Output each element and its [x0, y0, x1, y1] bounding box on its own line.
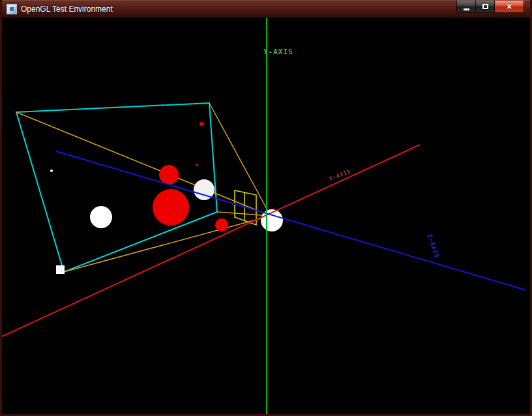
dot-red-small-2	[196, 164, 198, 166]
close-icon: ×	[507, 1, 512, 12]
close-button[interactable]: ×	[494, 1, 524, 13]
sphere-red-small	[215, 218, 228, 231]
titlebar[interactable]: OpenGL Test Environment ×	[2, 0, 530, 18]
dot-white-small	[50, 170, 53, 172]
scene-svg: Y-AXISX-AXISZ-AXIS	[2, 18, 530, 414]
marker-white-square	[56, 265, 65, 274]
dot-red-small-1	[200, 122, 203, 126]
app-icon-glyph	[10, 7, 14, 11]
frustum-edge-top-left	[16, 112, 271, 216]
maximize-button[interactable]	[475, 1, 494, 13]
maximize-icon	[482, 4, 488, 9]
minimize-icon	[464, 8, 469, 10]
window-title: OpenGL Test Environment	[21, 5, 530, 14]
z-axis-line	[56, 151, 526, 290]
minimize-button[interactable]	[456, 1, 475, 13]
y-axis-label: Y-AXIS	[263, 48, 293, 56]
sphere-red-medium	[159, 165, 179, 185]
gl-viewport[interactable]: Y-AXISX-AXISZ-AXIS	[2, 18, 530, 414]
z-axis-label: Z-AXIS	[426, 233, 440, 260]
app-icon[interactable]	[7, 4, 17, 14]
sphere-white-left	[90, 206, 112, 228]
app-window: OpenGL Test Environment × Y-AXISX-AXISZ-…	[0, 0, 532, 416]
frustum-far-plane	[16, 103, 217, 272]
x-axis-label: X-AXIS	[329, 168, 352, 181]
sphere-red-large	[153, 189, 189, 226]
window-controls: ×	[456, 1, 524, 13]
